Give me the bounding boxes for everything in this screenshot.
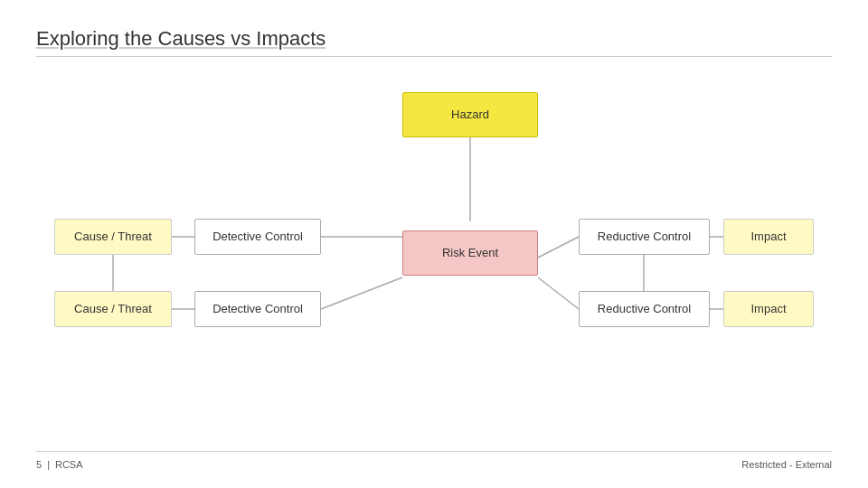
footer-text: 5 | RCSA Restricted - External	[36, 459, 832, 470]
svg-line-6	[321, 277, 402, 309]
risk-event-box: Risk Event	[402, 230, 538, 276]
separator: |	[47, 459, 50, 470]
svg-line-3	[538, 237, 579, 258]
svg-line-7	[538, 277, 579, 309]
detective-control-row2: Detective Control	[194, 291, 321, 327]
page: Exploring the Causes vs Impacts	[0, 0, 868, 488]
footer-left: 5 | RCSA	[36, 459, 83, 470]
section-label: RCSA	[55, 459, 83, 470]
cause-threat-row2: Cause / Threat	[54, 291, 172, 327]
page-number: 5	[36, 459, 42, 470]
diagram: Hazard Cause / Threat Detective Control …	[36, 79, 832, 386]
hazard-box: Hazard	[402, 92, 538, 137]
page-title: Exploring the Causes vs Impacts	[36, 27, 832, 51]
cause-threat-row1: Cause / Threat	[54, 219, 172, 255]
reductive-control-row2: Reductive Control	[579, 291, 710, 327]
title-underline	[36, 56, 832, 57]
impact-row1: Impact	[723, 219, 814, 255]
detective-control-row1: Detective Control	[194, 219, 321, 255]
footer: 5 | RCSA Restricted - External	[36, 451, 832, 470]
impact-row2: Impact	[723, 291, 814, 327]
reductive-control-row1: Reductive Control	[579, 219, 710, 255]
restricted-label: Restricted - External	[741, 459, 832, 470]
footer-line	[36, 451, 832, 452]
